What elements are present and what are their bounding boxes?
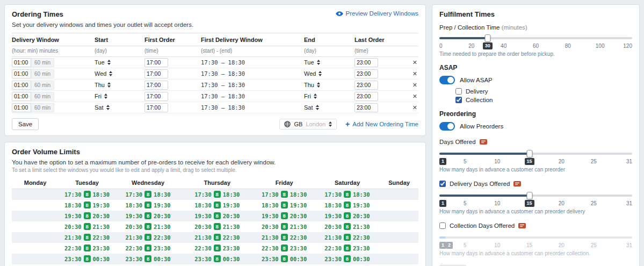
slot-cell[interactable]: 19:30820:30 xyxy=(315,211,380,221)
slot-cell[interactable]: 22:30823:30 xyxy=(115,243,180,254)
slot-end: 00:30 xyxy=(154,256,171,262)
first-delivery-window-value: 17:30 – 18:30 xyxy=(201,70,245,77)
first-order-input[interactable] xyxy=(144,103,168,112)
page: Ordering Times Preview Delivery Windows … xyxy=(0,0,644,266)
slot-cell[interactable]: 20:30821:30 xyxy=(254,221,315,232)
fulfilment-times-title: Fulfilment Times xyxy=(439,10,632,18)
slot-cell[interactable]: 17:30818:30 xyxy=(115,189,180,200)
hint-icon xyxy=(518,223,526,228)
end-day-select[interactable]: Wed xyxy=(304,70,322,77)
select-arrows-icon xyxy=(314,94,317,99)
slot-cell[interactable]: 21:30822:30 xyxy=(59,232,115,243)
slider-track[interactable] xyxy=(439,236,632,239)
first-order-input[interactable] xyxy=(144,69,168,78)
add-new-ordering-time-link[interactable]: + Add New Ordering Time xyxy=(345,121,418,127)
slot-cell[interactable]: 22:30823:30 xyxy=(315,243,380,254)
first-order-input[interactable] xyxy=(144,58,168,67)
last-order-input[interactable] xyxy=(354,103,378,112)
end-day-select[interactable]: Thu xyxy=(304,82,320,88)
collection-days-offered-row[interactable]: Collection Days Offered xyxy=(439,222,632,229)
slot-cell[interactable]: 23:30800:30 xyxy=(59,254,115,264)
slot-cell[interactable]: 19:30820:30 xyxy=(115,211,180,221)
locale-select[interactable]: GB London xyxy=(279,119,337,130)
allow-preorders-toggle[interactable] xyxy=(439,122,455,131)
slot-cell[interactable]: 17:30818:30 xyxy=(254,189,315,200)
ordering-times-card: Ordering Times Preview Delivery Windows … xyxy=(4,4,426,136)
slot-cell[interactable]: 21:30822:30 xyxy=(315,232,380,243)
slot-cell[interactable]: 18:30819:30 xyxy=(254,200,315,211)
slot-cell[interactable]: 23:30800:30 xyxy=(254,254,315,264)
slot-cell[interactable]: 20:30821:30 xyxy=(115,221,180,232)
slider-value-badge: 2 xyxy=(446,242,453,249)
slot-limit-badge: 8 xyxy=(344,223,351,230)
slider-handle[interactable] xyxy=(526,192,532,199)
remove-row-button[interactable]: ✕ xyxy=(411,59,418,66)
first-order-input[interactable] xyxy=(144,92,168,101)
delivery-days-offered-row[interactable]: Delivery Days Offered xyxy=(439,181,632,187)
slot-cell[interactable]: 17:30818:30 xyxy=(315,189,380,200)
slot-cell[interactable]: 22:30823:30 xyxy=(180,243,254,254)
remove-row-button[interactable]: ✕ xyxy=(411,70,418,77)
slot-cell[interactable]: 18:30819:30 xyxy=(180,200,254,211)
slot-cell[interactable]: 20:30821:30 xyxy=(59,221,115,232)
collection-days-help: How many days in advance a customer can … xyxy=(439,250,632,256)
delivery-window-input[interactable] xyxy=(12,58,31,67)
preview-delivery-windows-link[interactable]: Preview Delivery Windows xyxy=(336,10,418,17)
slot-cell[interactable]: 23:30800:30 xyxy=(115,254,180,264)
slot-end: 19:30 xyxy=(223,202,240,209)
delivery-days-checkbox[interactable] xyxy=(439,181,446,187)
remove-row-button[interactable]: ✕ xyxy=(411,93,418,100)
allow-asap-toggle[interactable] xyxy=(439,76,455,84)
slot-limit-badge: 8 xyxy=(214,223,221,230)
start-day-select[interactable]: Wed xyxy=(95,70,112,77)
remove-row-button[interactable]: ✕ xyxy=(411,82,418,89)
slot-cell[interactable]: 22:30823:30 xyxy=(254,243,315,254)
asap-collection-checkbox[interactable] xyxy=(455,97,462,103)
slot-cell[interactable]: 22:30823:30 xyxy=(59,243,115,254)
slot-cell[interactable]: 20:30821:30 xyxy=(315,221,380,232)
slot-cell[interactable]: 21:30822:30 xyxy=(254,232,315,243)
start-day-select[interactable]: Thu xyxy=(95,82,111,88)
ordering-footer-right: GB London + Add New Ordering Time xyxy=(279,119,418,130)
slider-handle[interactable] xyxy=(484,34,490,42)
end-day-select[interactable]: Tue xyxy=(304,59,320,66)
slot-cell[interactable]: 23:30800:30 xyxy=(180,254,254,264)
last-order-input[interactable] xyxy=(354,58,378,67)
slot-cell[interactable]: 19:30820:30 xyxy=(59,211,115,221)
slider-tick: 60 xyxy=(533,43,539,49)
delivery-window-input[interactable] xyxy=(12,81,31,90)
slot-cell[interactable]: 18:30819:30 xyxy=(59,200,115,211)
slot-cell[interactable]: 21:30822:30 xyxy=(115,232,180,243)
slider-tick: 10 xyxy=(494,200,500,206)
slot-cell[interactable]: 20:30821:30 xyxy=(180,221,254,232)
delivery-window-input[interactable] xyxy=(12,69,31,78)
slot-start: 19:30 xyxy=(324,213,342,219)
slot-cell[interactable]: 18:30819:30 xyxy=(115,200,180,211)
end-day-select[interactable]: Fri xyxy=(304,93,317,99)
asap-delivery-checkbox[interactable] xyxy=(455,88,462,95)
start-day-select[interactable]: Fri xyxy=(95,93,107,99)
delivery-window-input[interactable] xyxy=(12,92,31,101)
end-day-select[interactable]: Sat xyxy=(304,104,319,111)
slot-cell[interactable]: 18:30819:30 xyxy=(315,200,380,211)
slot-cell[interactable]: 19:30820:30 xyxy=(180,211,254,221)
slot-cell[interactable]: 17:30818:30 xyxy=(180,189,254,200)
slider-handle[interactable] xyxy=(526,150,532,157)
asap-collection-option[interactable]: Collection xyxy=(455,97,632,103)
start-day-select[interactable]: Tue xyxy=(95,59,111,66)
last-order-input[interactable] xyxy=(354,69,378,78)
remove-row-button[interactable]: ✕ xyxy=(411,104,418,111)
slot-cell[interactable]: 23:30800:30 xyxy=(315,254,380,264)
ordering-save-button[interactable]: Save xyxy=(12,118,39,130)
asap-delivery-option[interactable]: Delivery xyxy=(455,88,632,95)
slot-cell[interactable]: 19:30820:30 xyxy=(254,211,315,221)
delivery-window-input[interactable] xyxy=(12,103,31,112)
slot-row: 22:30823:3022:30823:3022:30823:3022:3082… xyxy=(12,243,418,254)
collection-days-checkbox[interactable] xyxy=(439,222,446,229)
first-order-input[interactable] xyxy=(144,81,168,90)
slot-cell[interactable]: 17:30818:30 xyxy=(59,189,115,200)
last-order-input[interactable] xyxy=(354,92,378,101)
last-order-input[interactable] xyxy=(354,81,378,90)
slot-cell[interactable]: 21:30822:30 xyxy=(180,232,254,243)
start-day-select[interactable]: Sat xyxy=(95,104,110,111)
